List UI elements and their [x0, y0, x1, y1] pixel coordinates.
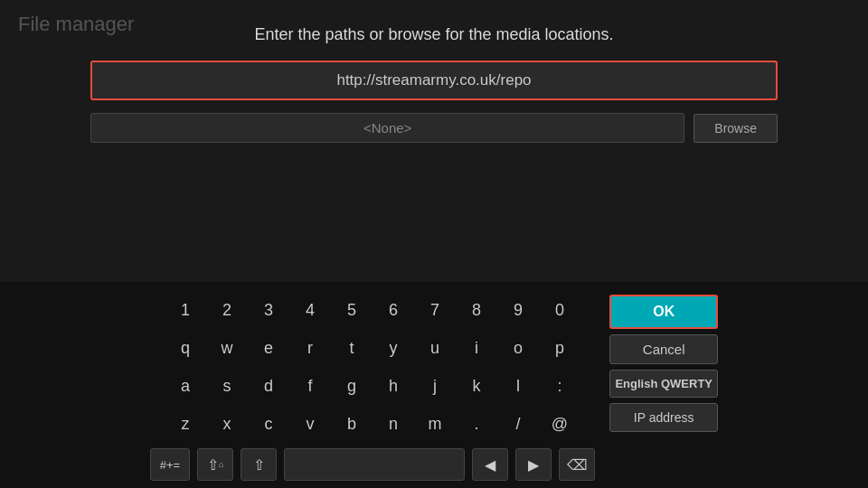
browse-button[interactable]: Browse — [693, 114, 778, 143]
key-g[interactable]: g — [335, 369, 369, 403]
number-row: 1 2 3 4 5 6 7 8 9 0 — [168, 293, 577, 327]
key-slash[interactable]: / — [501, 407, 535, 441]
bottom-special-row: #+= ⇧⌂ ⇧ ◀ ▶ ⌫ — [150, 448, 595, 481]
backspace-icon[interactable]: ⌫ — [559, 448, 595, 481]
key-5[interactable]: 5 — [335, 293, 369, 327]
qwerty-row: q w e r t y u i o p — [168, 331, 577, 365]
dialog-instruction: Enter the paths or browse for the media … — [254, 25, 613, 44]
second-row: <None> Browse — [90, 113, 778, 143]
key-t[interactable]: t — [335, 331, 369, 365]
key-z[interactable]: z — [168, 407, 203, 441]
key-4[interactable]: 4 — [293, 293, 327, 327]
key-o[interactable]: o — [501, 331, 535, 365]
dialog-area: Enter the paths or browse for the media … — [0, 0, 868, 150]
spacebar-key[interactable] — [284, 448, 465, 481]
key-n[interactable]: n — [376, 407, 410, 441]
key-6[interactable]: 6 — [376, 293, 410, 327]
key-h[interactable]: h — [376, 369, 410, 403]
none-input: <None> — [90, 113, 684, 143]
key-w[interactable]: w — [210, 331, 244, 365]
key-0[interactable]: 0 — [542, 293, 577, 327]
key-s[interactable]: s — [210, 369, 244, 403]
key-9[interactable]: 9 — [501, 293, 535, 327]
key-d[interactable]: d — [251, 369, 286, 403]
shift-home-icon[interactable]: ⇧⌂ — [197, 448, 233, 481]
key-c[interactable]: c — [251, 407, 286, 441]
right-arrow-key[interactable]: ▶ — [515, 448, 552, 481]
key-j[interactable]: j — [418, 369, 452, 403]
url-input-wrapper — [90, 61, 778, 100]
key-b[interactable]: b — [335, 407, 369, 441]
keyboard-section: 1 2 3 4 5 6 7 8 9 0 q w e r t y u i — [0, 282, 868, 488]
key-u[interactable]: u — [418, 331, 452, 365]
key-colon[interactable]: : — [542, 369, 577, 403]
ok-button[interactable]: OK — [609, 295, 718, 329]
layout-button[interactable]: English QWERTY — [609, 370, 718, 398]
key-k[interactable]: k — [459, 369, 494, 403]
key-v[interactable]: v — [293, 407, 327, 441]
key-2[interactable]: 2 — [210, 293, 244, 327]
ip-button[interactable]: IP address — [609, 403, 718, 432]
key-at[interactable]: @ — [542, 407, 577, 441]
symbols-key[interactable]: #+= — [150, 448, 190, 481]
cancel-button[interactable]: Cancel — [609, 334, 718, 364]
key-y[interactable]: y — [376, 331, 410, 365]
key-e[interactable]: e — [251, 331, 286, 365]
key-7[interactable]: 7 — [418, 293, 452, 327]
action-buttons: OK Cancel English QWERTY IP address — [609, 293, 718, 432]
key-l[interactable]: l — [501, 369, 535, 403]
key-a[interactable]: a — [168, 369, 203, 403]
keyboard-keys: 1 2 3 4 5 6 7 8 9 0 q w e r t y u i — [150, 293, 595, 481]
caps-icon[interactable]: ⇧ — [241, 448, 277, 481]
key-i[interactable]: i — [459, 331, 494, 365]
key-1[interactable]: 1 — [168, 293, 203, 327]
key-q[interactable]: q — [168, 331, 203, 365]
key-3[interactable]: 3 — [251, 293, 286, 327]
asdf-row: a s d f g h j k l : — [168, 369, 577, 403]
key-m[interactable]: m — [418, 407, 452, 441]
keyboard-main: 1 2 3 4 5 6 7 8 9 0 q w e r t y u i — [0, 293, 868, 481]
key-x[interactable]: x — [210, 407, 244, 441]
key-p[interactable]: p — [542, 331, 577, 365]
left-arrow-key[interactable]: ◀ — [472, 448, 508, 481]
key-dot[interactable]: . — [459, 407, 494, 441]
key-r[interactable]: r — [293, 331, 327, 365]
key-f[interactable]: f — [293, 369, 327, 403]
zxcv-row: z x c v b n m . / @ — [168, 407, 577, 441]
url-input[interactable] — [99, 66, 769, 95]
key-8[interactable]: 8 — [459, 293, 494, 327]
